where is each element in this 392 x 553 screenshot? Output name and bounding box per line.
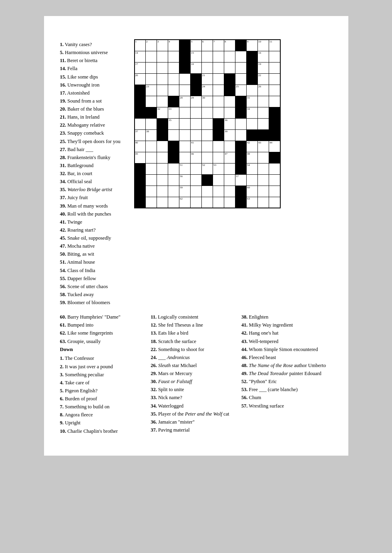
clue-item: 33. Nick name? — [151, 394, 237, 401]
left-clue-item: 58. Tucked away — [60, 291, 130, 298]
cell-number: 21 — [202, 74, 205, 77]
grid-cell — [157, 118, 168, 129]
grid-cell — [146, 197, 157, 208]
grid-cell: 44 — [269, 141, 280, 152]
cell-number: 54 — [247, 164, 250, 167]
grid-cell — [146, 73, 157, 85]
left-clue-item: 47. Mocha native — [60, 242, 130, 250]
cell-number: 22 — [258, 74, 261, 77]
left-clue-item: 25. They'll open doors for you — [60, 138, 130, 145]
cell-number: 11 — [269, 40, 272, 43]
grid-cell — [224, 107, 235, 118]
grid-cell — [202, 107, 213, 118]
cell-number: 9 — [247, 40, 249, 43]
left-clue-item: 21. Hans, in Ireland — [60, 113, 130, 121]
grid-cell: 42 — [247, 141, 258, 152]
grid-cell — [224, 85, 235, 96]
grid-cell — [168, 96, 179, 107]
left-clue-item: 17. Astonished — [60, 89, 130, 97]
grid-cell — [258, 197, 269, 208]
clue-item: 37. Paving material — [151, 426, 237, 434]
grid-cell — [269, 73, 280, 85]
grid-cell: 43 — [258, 141, 269, 152]
grid-cell — [247, 118, 258, 129]
grid-cell — [269, 62, 280, 73]
cell-number: 33 — [169, 108, 171, 111]
grid-cell — [269, 129, 280, 141]
left-clue-item: 1. Vanity cases? — [60, 41, 130, 48]
grid-cell — [168, 186, 179, 197]
left-clue-item: 42. Roaring start? — [60, 226, 130, 234]
grid-cell: 52 — [202, 163, 213, 174]
grid-cell — [179, 40, 191, 51]
grid-cell: 41 — [191, 141, 202, 152]
grid-cell — [179, 85, 191, 96]
grid-cell — [224, 163, 235, 174]
grid-cell: 33 — [168, 107, 179, 118]
grid-cell — [135, 163, 146, 174]
grid-cell: 24 — [202, 85, 213, 96]
grid-cell: 56 — [179, 174, 191, 186]
grid-cell — [235, 186, 247, 197]
grid-cell — [258, 107, 269, 118]
cell-number: 8 — [225, 40, 226, 43]
grid-cell — [202, 186, 213, 197]
grid-cell: 15 — [191, 51, 202, 62]
left-clue-item: 32. Bar, in court — [60, 170, 130, 177]
left-clue-item: 31. Battleground — [60, 162, 130, 169]
left-clue-item: 50. Biting, as wit — [60, 250, 130, 258]
grid-cell: 29 — [191, 96, 202, 107]
cell-number: 3 — [157, 40, 159, 43]
grid-cell: 17 — [135, 62, 146, 73]
left-clue-item: 55. Dapper fellow — [60, 275, 130, 282]
grid-cell — [235, 40, 247, 51]
grid-cell — [258, 152, 269, 163]
cell-number: 17 — [135, 63, 138, 66]
grid-cell: 2 — [146, 40, 157, 51]
clue-item: 5. Pigeon English? — [60, 387, 146, 394]
grid-cell — [146, 186, 157, 197]
grid-cell — [157, 62, 168, 73]
left-clue-item: 11. Beret or biretta — [60, 57, 130, 64]
grid-cell — [168, 129, 179, 141]
clue-item: 36. Jamaican "mister" — [151, 418, 237, 426]
cell-number: 59 — [180, 186, 183, 189]
grid-cell — [269, 51, 280, 62]
cell-number: 47 — [225, 153, 227, 155]
grid-cell: 28 — [179, 96, 191, 107]
grid-cell — [235, 118, 247, 129]
clue-item: 22. Something to shoot for — [151, 346, 237, 353]
cell-number: 43 — [258, 141, 261, 144]
left-clue-item: 27. Bad hair ___ — [60, 146, 130, 153]
grid-cell — [191, 163, 202, 174]
clue-item: 52. "Python" Eric — [241, 378, 328, 385]
grid-cell — [213, 62, 224, 73]
grid-cell — [247, 73, 258, 85]
clue-item: 62. Like some fingerprints — [60, 329, 146, 337]
grid-cell — [146, 141, 157, 152]
cell-number: 39 — [225, 130, 227, 133]
cell-number: 20 — [135, 74, 138, 77]
clue-item: 24. ___ Andronicus — [151, 354, 237, 361]
page: 1. Vanity cases?5. Harmonious universe11… — [44, 16, 348, 456]
grid-cell — [191, 174, 202, 186]
cell-number: 35 — [169, 119, 171, 122]
grid-cell — [146, 62, 157, 73]
grid-cell: 59 — [179, 186, 191, 197]
grid-cell: 26 — [258, 85, 269, 96]
grid-cell — [179, 141, 191, 152]
grid-cell — [157, 174, 168, 186]
cell-number: 23 — [146, 85, 149, 88]
grid-cell — [235, 197, 247, 208]
left-clue-item: 22. Mahogany relative — [60, 121, 130, 129]
grid-cell: 34 — [247, 107, 258, 118]
grid-cell — [179, 73, 191, 85]
grid-cell — [224, 186, 235, 197]
grid-cell — [191, 118, 202, 129]
cell-number: 4 — [169, 40, 170, 43]
clue-item: 1. The Confessor — [60, 355, 146, 362]
grid-cell — [247, 62, 258, 73]
grid-cell — [168, 73, 179, 85]
cell-number: 15 — [191, 52, 194, 54]
cell-number: 51 — [180, 164, 183, 167]
